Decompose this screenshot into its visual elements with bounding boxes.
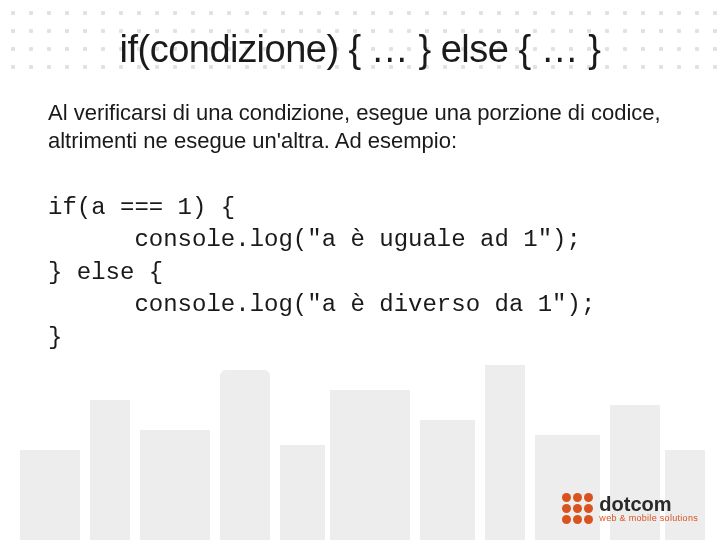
brand-logo: dotcom web & mobile solutions <box>562 493 698 524</box>
logo-tagline: web & mobile solutions <box>599 514 698 523</box>
skyline-decoration <box>0 340 720 540</box>
code-block: if(a === 1) { console.log("a è uguale ad… <box>48 192 672 354</box>
logo-dots-icon <box>562 493 593 524</box>
logo-text: dotcom web & mobile solutions <box>599 494 698 523</box>
slide-content: if(condizione) { … } else { … } Al verif… <box>0 0 720 354</box>
slide-description: Al verificarsi di una condizione, esegue… <box>48 99 672 154</box>
logo-name: dotcom <box>599 494 698 514</box>
slide-title: if(condizione) { … } else { … } <box>48 28 672 71</box>
